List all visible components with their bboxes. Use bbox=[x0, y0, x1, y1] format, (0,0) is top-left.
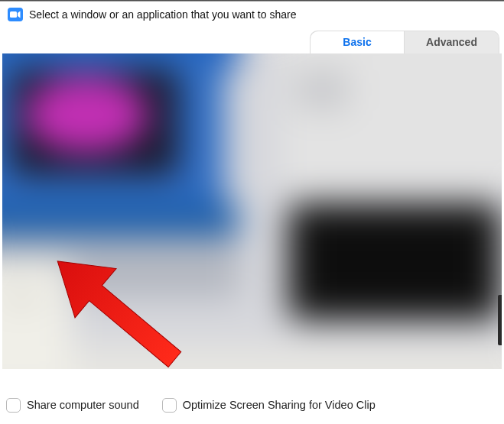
dialog-header: Select a window or an application that y… bbox=[0, 2, 504, 26]
tabs-container: Basic Advanced bbox=[0, 26, 504, 53]
share-mode-tabs: Basic Advanced bbox=[310, 31, 499, 53]
dialog-title: Select a window or an application that y… bbox=[29, 8, 296, 21]
optimize-video-clip-option[interactable]: Optimize Screen Sharing for Video Clip bbox=[162, 398, 376, 413]
blurred-thumbnails bbox=[2, 53, 502, 369]
zoom-app-icon bbox=[8, 8, 23, 21]
scroll-handle[interactable] bbox=[498, 295, 502, 345]
share-options-bar: Share computer sound Optimize Screen Sha… bbox=[0, 386, 504, 424]
optimize-video-label: Optimize Screen Sharing for Video Clip bbox=[183, 399, 376, 411]
tab-basic[interactable]: Basic bbox=[311, 31, 405, 53]
svg-rect-0 bbox=[10, 11, 17, 18]
share-sound-label: Share computer sound bbox=[27, 399, 139, 411]
share-computer-sound-option[interactable]: Share computer sound bbox=[6, 398, 139, 413]
share-sources-grid[interactable] bbox=[2, 53, 502, 369]
tab-advanced[interactable]: Advanced bbox=[405, 31, 499, 53]
checkbox-icon[interactable] bbox=[6, 398, 21, 413]
checkbox-icon[interactable] bbox=[162, 398, 177, 413]
